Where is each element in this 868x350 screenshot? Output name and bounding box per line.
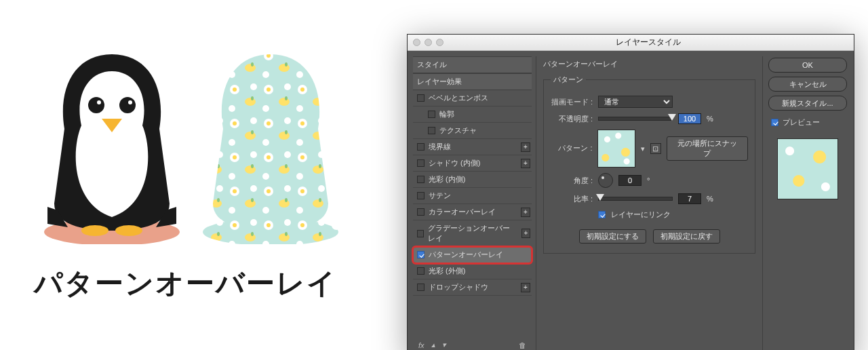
pattern-label: パターン :	[551, 143, 592, 153]
style-row-4[interactable]: シャドウ (内側)+	[413, 155, 532, 172]
style-checkbox[interactable]	[417, 284, 425, 291]
preview-label: プレビュー	[783, 117, 820, 128]
style-label: 光彩 (内側)	[429, 174, 465, 184]
scale-unit: %	[707, 195, 713, 203]
style-row-10[interactable]: 光彩 (外側)	[413, 263, 532, 279]
add-effect-icon[interactable]: +	[521, 229, 530, 238]
add-effect-icon[interactable]: +	[521, 142, 530, 152]
add-effect-icon[interactable]: +	[521, 283, 530, 292]
angle-label: 角度 :	[551, 176, 593, 186]
blend-mode-label: 描画モード :	[551, 97, 593, 107]
snap-button[interactable]: 元の場所にスナップ	[667, 136, 748, 161]
trash-icon[interactable]: 🗑	[519, 341, 526, 349]
style-label: カラーオーバーレイ	[429, 207, 496, 217]
arrow-down-icon[interactable]: ▾	[442, 341, 446, 349]
style-label: テクスチャ	[439, 125, 477, 136]
svg-point-2	[97, 100, 101, 104]
cancel-button[interactable]: キャンセル	[768, 77, 847, 92]
blend-mode-select[interactable]: 通常	[598, 96, 673, 108]
style-checkbox[interactable]	[428, 127, 435, 134]
reset-default-button[interactable]: 初期設定に戻す	[653, 229, 720, 244]
svg-point-1	[88, 97, 104, 113]
add-effect-icon[interactable]: +	[521, 208, 530, 217]
opacity-input[interactable]	[678, 113, 701, 124]
pattern-group-title: パターン	[551, 75, 586, 85]
style-checkbox[interactable]	[417, 267, 425, 275]
style-checkbox[interactable]	[417, 143, 425, 151]
style-row-9[interactable]: パターンオーバーレイ	[413, 247, 532, 263]
style-label: ベベルとエンボス	[429, 93, 488, 103]
titlebar[interactable]: レイヤースタイル	[408, 35, 854, 51]
style-row-7[interactable]: カラーオーバーレイ+	[413, 204, 532, 220]
svg-point-6	[115, 225, 142, 236]
scale-input[interactable]	[678, 193, 701, 204]
style-label: 光彩 (外側)	[429, 266, 465, 276]
preview-checkbox[interactable]	[771, 119, 778, 126]
angle-input[interactable]	[618, 175, 642, 186]
styles-header[interactable]: スタイル	[413, 56, 532, 73]
scale-label: 比率 :	[551, 194, 593, 204]
style-checkbox[interactable]	[417, 94, 425, 102]
style-row-8[interactable]: グラデーションオーバーレイ+	[413, 220, 532, 247]
style-row-0[interactable]: ベベルとエンボス	[413, 90, 532, 106]
angle-dial[interactable]	[598, 173, 613, 188]
style-checkbox[interactable]	[417, 251, 425, 258]
caption: パターンオーバーレイ	[34, 265, 400, 303]
layer-style-dialog: レイヤースタイル スタイル レイヤー効果 ベベルとエンボス輪郭テクスチャ境界線+…	[407, 34, 854, 350]
preview-swatch	[777, 138, 838, 199]
angle-unit: °	[647, 176, 650, 184]
svg-point-4	[128, 100, 132, 104]
style-label: ドロップシャドウ	[429, 282, 488, 292]
style-row-1[interactable]: 輪郭	[413, 106, 532, 123]
style-checkbox[interactable]	[428, 111, 435, 118]
dialog-title: レイヤースタイル	[448, 37, 848, 48]
style-row-2[interactable]: テクスチャ	[413, 123, 532, 139]
style-checkbox[interactable]	[417, 208, 425, 216]
section-title: パターンオーバーレイ	[543, 56, 755, 72]
penguin-patterned	[193, 47, 349, 244]
link-checkbox[interactable]	[598, 211, 606, 218]
style-label: シャドウ (内側)	[429, 158, 480, 168]
style-label: グラデーションオーバーレイ	[428, 223, 517, 244]
style-label: 輪郭	[439, 109, 454, 119]
style-label: パターンオーバーレイ	[429, 250, 503, 260]
ok-button[interactable]: OK	[768, 58, 847, 73]
example-area: パターンオーバーレイ	[34, 47, 400, 303]
style-row-3[interactable]: 境界線+	[413, 139, 532, 155]
traffic-lights[interactable]	[413, 39, 443, 46]
style-checkbox[interactable]	[417, 159, 425, 167]
style-row-11[interactable]: ドロップシャドウ+	[413, 279, 532, 296]
style-checkbox[interactable]	[417, 176, 425, 183]
chevron-down-icon[interactable]: ▾	[641, 144, 645, 153]
traffic-min-icon[interactable]	[425, 39, 432, 46]
style-label: サテン	[429, 191, 451, 201]
style-row-6[interactable]: サテン	[413, 188, 532, 204]
pattern-swatch[interactable]	[597, 130, 635, 168]
traffic-max-icon[interactable]	[436, 39, 443, 46]
arrow-up-icon[interactable]: ▴	[431, 341, 435, 349]
opacity-label: 不透明度 :	[551, 114, 593, 124]
new-style-button[interactable]: 新規スタイル...	[768, 96, 847, 111]
link-label: レイヤーにリンク	[611, 210, 671, 220]
style-checkbox[interactable]	[417, 230, 424, 237]
penguin-original	[34, 47, 190, 244]
style-checkbox[interactable]	[417, 192, 425, 199]
effects-header[interactable]: レイヤー効果	[413, 73, 532, 90]
add-effect-icon[interactable]: +	[521, 159, 530, 168]
style-label: 境界線	[429, 142, 451, 152]
style-row-5[interactable]: 光彩 (内側)	[413, 172, 532, 188]
svg-point-5	[81, 225, 108, 236]
make-default-button[interactable]: 初期設定にする	[579, 229, 646, 244]
scale-slider[interactable]	[598, 197, 673, 201]
fx-icon[interactable]: fx	[418, 341, 425, 349]
opacity-unit: %	[707, 115, 713, 123]
traffic-close-icon[interactable]	[413, 39, 420, 46]
new-pattern-icon[interactable]: ⊡	[650, 143, 661, 154]
opacity-slider[interactable]	[598, 117, 673, 121]
svg-point-3	[119, 97, 136, 113]
